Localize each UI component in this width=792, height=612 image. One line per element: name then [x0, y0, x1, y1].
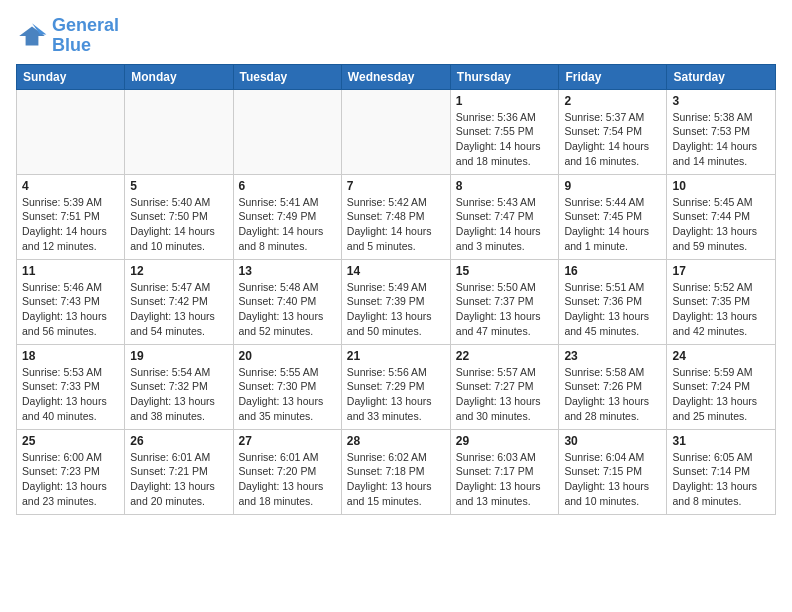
day-info: Sunrise: 5:43 AMSunset: 7:47 PMDaylight:…	[456, 195, 554, 254]
calendar-cell: 5Sunrise: 5:40 AMSunset: 7:50 PMDaylight…	[125, 174, 233, 259]
day-number: 6	[239, 179, 336, 193]
day-number: 8	[456, 179, 554, 193]
day-number: 23	[564, 349, 661, 363]
day-number: 9	[564, 179, 661, 193]
calendar-cell	[233, 89, 341, 174]
day-info: Sunrise: 5:52 AMSunset: 7:35 PMDaylight:…	[672, 280, 770, 339]
calendar-cell: 24Sunrise: 5:59 AMSunset: 7:24 PMDayligh…	[667, 344, 776, 429]
day-number: 5	[130, 179, 227, 193]
day-number: 24	[672, 349, 770, 363]
calendar-header-saturday: Saturday	[667, 64, 776, 89]
day-info: Sunrise: 5:49 AMSunset: 7:39 PMDaylight:…	[347, 280, 445, 339]
calendar-cell: 23Sunrise: 5:58 AMSunset: 7:26 PMDayligh…	[559, 344, 667, 429]
day-number: 12	[130, 264, 227, 278]
day-number: 13	[239, 264, 336, 278]
svg-marker-0	[19, 26, 45, 45]
day-number: 21	[347, 349, 445, 363]
calendar-cell: 26Sunrise: 6:01 AMSunset: 7:21 PMDayligh…	[125, 429, 233, 514]
calendar-cell: 6Sunrise: 5:41 AMSunset: 7:49 PMDaylight…	[233, 174, 341, 259]
day-info: Sunrise: 5:40 AMSunset: 7:50 PMDaylight:…	[130, 195, 227, 254]
day-info: Sunrise: 6:01 AMSunset: 7:21 PMDaylight:…	[130, 450, 227, 509]
day-info: Sunrise: 5:45 AMSunset: 7:44 PMDaylight:…	[672, 195, 770, 254]
day-info: Sunrise: 5:41 AMSunset: 7:49 PMDaylight:…	[239, 195, 336, 254]
day-number: 25	[22, 434, 119, 448]
day-number: 17	[672, 264, 770, 278]
calendar-cell: 11Sunrise: 5:46 AMSunset: 7:43 PMDayligh…	[17, 259, 125, 344]
day-info: Sunrise: 5:38 AMSunset: 7:53 PMDaylight:…	[672, 110, 770, 169]
day-info: Sunrise: 5:42 AMSunset: 7:48 PMDaylight:…	[347, 195, 445, 254]
day-info: Sunrise: 5:58 AMSunset: 7:26 PMDaylight:…	[564, 365, 661, 424]
calendar-cell: 2Sunrise: 5:37 AMSunset: 7:54 PMDaylight…	[559, 89, 667, 174]
calendar-cell: 10Sunrise: 5:45 AMSunset: 7:44 PMDayligh…	[667, 174, 776, 259]
day-info: Sunrise: 5:50 AMSunset: 7:37 PMDaylight:…	[456, 280, 554, 339]
calendar-header-thursday: Thursday	[450, 64, 559, 89]
calendar-cell: 27Sunrise: 6:01 AMSunset: 7:20 PMDayligh…	[233, 429, 341, 514]
day-info: Sunrise: 5:53 AMSunset: 7:33 PMDaylight:…	[22, 365, 119, 424]
calendar-cell	[17, 89, 125, 174]
calendar-table: SundayMondayTuesdayWednesdayThursdayFrid…	[16, 64, 776, 515]
day-info: Sunrise: 6:02 AMSunset: 7:18 PMDaylight:…	[347, 450, 445, 509]
logo-icon	[16, 20, 48, 52]
day-info: Sunrise: 5:36 AMSunset: 7:55 PMDaylight:…	[456, 110, 554, 169]
day-info: Sunrise: 5:51 AMSunset: 7:36 PMDaylight:…	[564, 280, 661, 339]
day-info: Sunrise: 6:04 AMSunset: 7:15 PMDaylight:…	[564, 450, 661, 509]
calendar-cell: 17Sunrise: 5:52 AMSunset: 7:35 PMDayligh…	[667, 259, 776, 344]
calendar-week-row-3: 18Sunrise: 5:53 AMSunset: 7:33 PMDayligh…	[17, 344, 776, 429]
calendar-cell	[341, 89, 450, 174]
day-info: Sunrise: 5:59 AMSunset: 7:24 PMDaylight:…	[672, 365, 770, 424]
day-number: 20	[239, 349, 336, 363]
calendar-cell: 19Sunrise: 5:54 AMSunset: 7:32 PMDayligh…	[125, 344, 233, 429]
header: General Blue	[16, 16, 776, 56]
calendar-cell: 8Sunrise: 5:43 AMSunset: 7:47 PMDaylight…	[450, 174, 559, 259]
calendar-cell: 3Sunrise: 5:38 AMSunset: 7:53 PMDaylight…	[667, 89, 776, 174]
calendar-header-row: SundayMondayTuesdayWednesdayThursdayFrid…	[17, 64, 776, 89]
day-number: 18	[22, 349, 119, 363]
calendar-cell: 15Sunrise: 5:50 AMSunset: 7:37 PMDayligh…	[450, 259, 559, 344]
calendar-cell: 1Sunrise: 5:36 AMSunset: 7:55 PMDaylight…	[450, 89, 559, 174]
calendar-week-row-2: 11Sunrise: 5:46 AMSunset: 7:43 PMDayligh…	[17, 259, 776, 344]
calendar-cell: 29Sunrise: 6:03 AMSunset: 7:17 PMDayligh…	[450, 429, 559, 514]
day-info: Sunrise: 5:56 AMSunset: 7:29 PMDaylight:…	[347, 365, 445, 424]
day-info: Sunrise: 5:47 AMSunset: 7:42 PMDaylight:…	[130, 280, 227, 339]
day-number: 28	[347, 434, 445, 448]
calendar-cell	[125, 89, 233, 174]
day-info: Sunrise: 5:39 AMSunset: 7:51 PMDaylight:…	[22, 195, 119, 254]
calendar-cell: 21Sunrise: 5:56 AMSunset: 7:29 PMDayligh…	[341, 344, 450, 429]
day-number: 31	[672, 434, 770, 448]
calendar-cell: 20Sunrise: 5:55 AMSunset: 7:30 PMDayligh…	[233, 344, 341, 429]
logo-text-line2: Blue	[52, 36, 119, 56]
day-info: Sunrise: 5:54 AMSunset: 7:32 PMDaylight:…	[130, 365, 227, 424]
day-number: 29	[456, 434, 554, 448]
day-info: Sunrise: 5:57 AMSunset: 7:27 PMDaylight:…	[456, 365, 554, 424]
day-number: 14	[347, 264, 445, 278]
day-info: Sunrise: 6:03 AMSunset: 7:17 PMDaylight:…	[456, 450, 554, 509]
day-info: Sunrise: 5:37 AMSunset: 7:54 PMDaylight:…	[564, 110, 661, 169]
calendar-cell: 9Sunrise: 5:44 AMSunset: 7:45 PMDaylight…	[559, 174, 667, 259]
calendar-header-friday: Friday	[559, 64, 667, 89]
calendar-header-wednesday: Wednesday	[341, 64, 450, 89]
calendar-week-row-4: 25Sunrise: 6:00 AMSunset: 7:23 PMDayligh…	[17, 429, 776, 514]
day-number: 4	[22, 179, 119, 193]
day-info: Sunrise: 5:48 AMSunset: 7:40 PMDaylight:…	[239, 280, 336, 339]
calendar-cell: 18Sunrise: 5:53 AMSunset: 7:33 PMDayligh…	[17, 344, 125, 429]
calendar-header-tuesday: Tuesday	[233, 64, 341, 89]
day-number: 10	[672, 179, 770, 193]
day-number: 22	[456, 349, 554, 363]
day-number: 1	[456, 94, 554, 108]
calendar-cell: 22Sunrise: 5:57 AMSunset: 7:27 PMDayligh…	[450, 344, 559, 429]
calendar-cell: 31Sunrise: 6:05 AMSunset: 7:14 PMDayligh…	[667, 429, 776, 514]
calendar-header-sunday: Sunday	[17, 64, 125, 89]
calendar-cell: 25Sunrise: 6:00 AMSunset: 7:23 PMDayligh…	[17, 429, 125, 514]
calendar-cell: 14Sunrise: 5:49 AMSunset: 7:39 PMDayligh…	[341, 259, 450, 344]
day-number: 11	[22, 264, 119, 278]
day-number: 3	[672, 94, 770, 108]
calendar-cell: 16Sunrise: 5:51 AMSunset: 7:36 PMDayligh…	[559, 259, 667, 344]
day-number: 30	[564, 434, 661, 448]
day-info: Sunrise: 5:55 AMSunset: 7:30 PMDaylight:…	[239, 365, 336, 424]
day-info: Sunrise: 5:46 AMSunset: 7:43 PMDaylight:…	[22, 280, 119, 339]
calendar-cell: 28Sunrise: 6:02 AMSunset: 7:18 PMDayligh…	[341, 429, 450, 514]
day-info: Sunrise: 6:01 AMSunset: 7:20 PMDaylight:…	[239, 450, 336, 509]
calendar-cell: 12Sunrise: 5:47 AMSunset: 7:42 PMDayligh…	[125, 259, 233, 344]
day-number: 2	[564, 94, 661, 108]
calendar-week-row-0: 1Sunrise: 5:36 AMSunset: 7:55 PMDaylight…	[17, 89, 776, 174]
